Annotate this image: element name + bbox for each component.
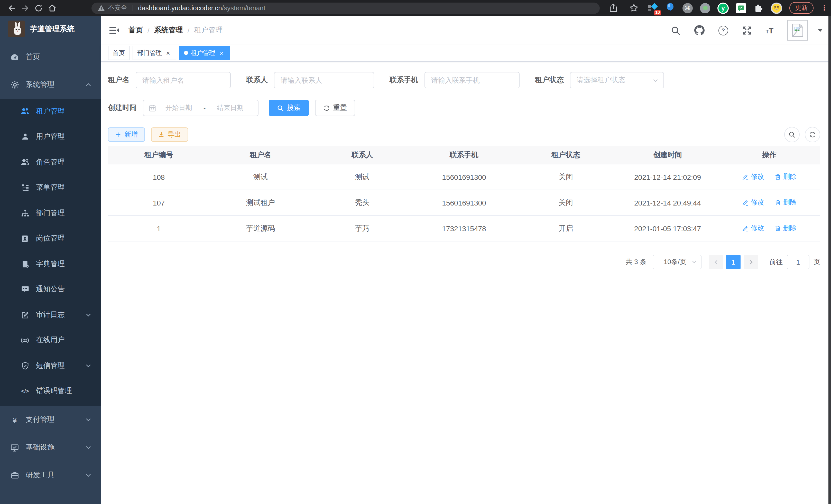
help-icon[interactable]: ? (718, 25, 728, 35)
sidebar-item-audit-log[interactable]: 审计日志 (0, 302, 101, 328)
create-time-label: 创建时间 (108, 103, 143, 113)
extension-command-icon[interactable]: ⌘ (683, 3, 693, 13)
refresh-icon (809, 131, 816, 138)
app-logo (8, 21, 25, 37)
chevron-down-icon (653, 77, 658, 83)
contact-input[interactable] (274, 72, 374, 88)
col-created: 创建时间 (617, 146, 718, 164)
share-icon[interactable] (606, 1, 620, 14)
user-icon (21, 133, 29, 141)
current-page-button[interactable]: 1 (726, 255, 741, 269)
page-content: 租户名 联系人 联系手机 租户状态 请选择租户状态 (101, 62, 831, 504)
sidebar-item-sms[interactable]: 短信管理 (0, 353, 101, 378)
search-icon[interactable] (670, 25, 680, 35)
reload-icon[interactable] (32, 1, 45, 14)
sidebar-item-label: 支付管理 (26, 415, 55, 424)
chevron-right-icon (748, 259, 754, 265)
edit-link[interactable]: 修改 (742, 172, 764, 182)
chevron-down-icon (85, 363, 91, 369)
bookmark-star-icon[interactable] (627, 1, 640, 14)
goto-page-input[interactable] (787, 255, 809, 269)
github-icon[interactable] (694, 25, 704, 35)
breadcrumb-home[interactable]: 首页 (128, 26, 143, 35)
sidebar-item-home[interactable]: 首页 (0, 43, 101, 71)
window-scrollbar[interactable] (828, 16, 831, 504)
avatar-dropdown-caret[interactable] (818, 29, 823, 32)
sidebar-toggle-icon[interactable] (109, 25, 120, 35)
sidebar-item-dict[interactable]: 字典管理 (0, 251, 101, 277)
sidebar-item-post[interactable]: 岗位管理 (0, 226, 101, 251)
delete-link[interactable]: 删除 (774, 198, 797, 207)
tag-tenant[interactable]: 租户管理 × (179, 46, 230, 60)
sidebar-item-infrastructure[interactable]: 基础设施 (0, 434, 101, 462)
prev-page-button[interactable] (709, 255, 723, 269)
extension-chat-icon[interactable] (736, 3, 746, 13)
page-size-select[interactable]: 10条/页 (653, 255, 701, 269)
address-bar[interactable]: 不安全 dashboard.yudao.iocoder.cn/system/te… (91, 2, 600, 13)
extension-yuque-icon[interactable]: y (717, 2, 729, 13)
extensions-puzzle-icon[interactable] (753, 3, 764, 13)
fullscreen-icon[interactable] (742, 25, 752, 35)
tag-close-icon[interactable]: × (218, 49, 225, 57)
date-range-picker[interactable]: 开始日期 - 结束日期 (143, 100, 258, 116)
delete-link[interactable]: 删除 (774, 224, 797, 233)
toggle-search-button[interactable] (784, 127, 800, 142)
delete-link[interactable]: 删除 (774, 172, 797, 182)
sidebar-item-error-code[interactable]: </> 错误码管理 (0, 378, 101, 404)
extension-recorder-icon[interactable] (700, 3, 710, 13)
reset-button-label: 重置 (333, 103, 347, 113)
tag-home[interactable]: 首页 (108, 46, 130, 60)
browser-menu-icon[interactable]: ⋮ (821, 7, 826, 9)
tag-label: 租户管理 (191, 49, 215, 57)
chrome-update-button[interactable]: 更新 (790, 2, 813, 14)
extension-balloon-icon[interactable] (665, 3, 675, 13)
tags-view: 首页 部门管理 × 租户管理 × (101, 45, 831, 62)
search-button[interactable]: 搜索 (269, 100, 309, 116)
sidebar-item-payment[interactable]: ¥ 支付管理 (0, 406, 101, 434)
cell-tenant-id: 1 (108, 215, 210, 241)
next-page-button[interactable] (744, 255, 758, 269)
cell-created: 2021-01-05 17:03:47 (617, 215, 718, 241)
chevron-down-icon (85, 417, 91, 423)
url-divider (132, 5, 133, 11)
sidebar-item-dev-tools[interactable]: 研发工具 (0, 462, 101, 489)
mobile-input[interactable] (425, 72, 520, 88)
back-icon[interactable] (5, 1, 19, 14)
security-indicator[interactable]: 不安全 (98, 4, 127, 12)
pagination: 共 3 条 10条/页 1 前往 页 (108, 255, 820, 269)
status-select[interactable]: 请选择租户状态 (570, 72, 664, 88)
edit-link[interactable]: 修改 (742, 224, 764, 233)
font-size-icon[interactable]: TT (766, 26, 773, 35)
cell-created: 2021-12-14 21:02:09 (617, 164, 718, 190)
sidebar-item-online-user[interactable]: 在线用户 (0, 328, 101, 353)
sidebar-item-notice[interactable]: 通知公告 (0, 277, 101, 302)
tenant-name-input[interactable] (136, 72, 231, 88)
user-avatar[interactable] (787, 20, 808, 40)
chevron-left-icon (713, 259, 719, 265)
sidebar-item-label: 基础设施 (26, 443, 55, 452)
sidebar-item-role[interactable]: 角色管理 (0, 149, 101, 175)
monitor-icon (10, 443, 19, 452)
export-button[interactable]: 导出 (151, 127, 188, 142)
tag-dept[interactable]: 部门管理 × (133, 46, 176, 60)
sidebar-item-menu[interactable]: 菜单管理 (0, 175, 101, 200)
toolbox-icon (10, 471, 19, 479)
tag-label: 首页 (113, 49, 125, 57)
sidebar-item-system[interactable]: 系统管理 (0, 71, 101, 99)
add-button[interactable]: 新增 (108, 127, 145, 142)
edit-icon (742, 174, 749, 180)
app-logo-row[interactable]: 芋道管理系统 (0, 16, 101, 41)
sidebar-item-dept[interactable]: 部门管理 (0, 200, 101, 226)
sidebar-item-tenant[interactable]: 租户管理 (0, 99, 101, 124)
sidebar-item-user[interactable]: 用户管理 (0, 124, 101, 149)
breadcrumb-system[interactable]: 系统管理 (154, 26, 183, 35)
profile-avatar-emoji[interactable] (771, 2, 782, 13)
forward-icon[interactable] (19, 1, 32, 14)
tag-close-icon[interactable]: × (165, 49, 172, 57)
home-icon[interactable] (45, 1, 59, 14)
reset-button[interactable]: 重置 (315, 100, 355, 116)
refresh-table-button[interactable] (805, 127, 820, 142)
edit-link[interactable]: 修改 (742, 198, 764, 207)
extension-tag-manager-icon[interactable]: 10 (648, 3, 658, 13)
sidebar-item-label: 短信管理 (36, 361, 65, 370)
